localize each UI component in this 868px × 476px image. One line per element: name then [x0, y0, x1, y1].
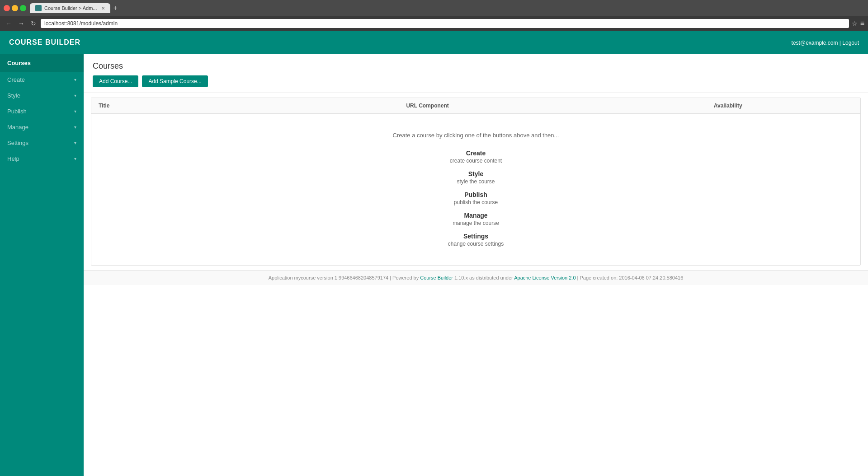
- step-create-desc: create course content: [100, 158, 851, 164]
- action-buttons: Add Course... Add Sample Course...: [93, 75, 859, 87]
- refresh-button[interactable]: ↻: [29, 19, 38, 28]
- browser-tab[interactable]: Course Builder > Adm... ✕: [30, 3, 110, 13]
- sidebar-publish-label: Publish: [7, 108, 27, 115]
- chevron-down-icon: ▾: [74, 77, 76, 82]
- add-course-button[interactable]: Add Course...: [93, 75, 138, 87]
- sidebar-item-settings[interactable]: Settings ▾: [0, 135, 84, 151]
- app-header: COURSE BUILDER test@example.com | Logout: [0, 31, 868, 54]
- maximize-button[interactable]: [20, 5, 26, 11]
- step-settings: Settings change course settings: [100, 233, 851, 247]
- sidebar-item-help[interactable]: Help ▾: [0, 151, 84, 167]
- main-header: Courses Add Course... Add Sample Course.…: [84, 54, 868, 93]
- sidebar: Courses Create ▾ Style ▾ Publish ▾ Manag…: [0, 54, 84, 476]
- chevron-down-icon: ▾: [74, 156, 76, 161]
- app: COURSE BUILDER test@example.com | Logout…: [0, 31, 868, 476]
- app-body: Courses Create ▾ Style ▾ Publish ▾ Manag…: [0, 54, 868, 476]
- step-create: Create create course content: [100, 149, 851, 164]
- close-button[interactable]: [4, 5, 10, 11]
- chevron-down-icon: ▾: [74, 93, 76, 98]
- footer-text-after: | Page created on: 2016-04-06 07:24:20.5…: [576, 275, 684, 280]
- table-wrapper: Title URL Component Availability Create …: [84, 93, 868, 270]
- sidebar-item-courses[interactable]: Courses: [0, 54, 84, 72]
- tab-title: Course Builder > Adm...: [44, 5, 97, 11]
- sidebar-item-manage[interactable]: Manage ▾: [0, 119, 84, 135]
- step-style: Style style the course: [100, 170, 851, 185]
- step-style-desc: style the course: [100, 178, 851, 185]
- col-url: URL Component: [399, 98, 706, 114]
- app-footer: Application mycourse version 1.994664682…: [84, 270, 868, 285]
- sidebar-help-label: Help: [7, 155, 19, 162]
- footer-text-middle: 1.10.x as distributed under: [453, 275, 514, 280]
- minimize-button[interactable]: [12, 5, 18, 11]
- step-manage-desc: manage the course: [100, 220, 851, 226]
- url-input[interactable]: [41, 19, 849, 28]
- back-button[interactable]: ←: [4, 19, 14, 28]
- new-tab-button[interactable]: +: [111, 4, 119, 12]
- sidebar-item-style[interactable]: Style ▾: [0, 88, 84, 103]
- footer-text-before: Application mycourse version 1.994664682…: [269, 275, 420, 280]
- step-publish-title: Publish: [100, 191, 851, 198]
- step-manage-title: Manage: [100, 212, 851, 219]
- apache-license-link[interactable]: Apache License Version 2.0: [514, 275, 576, 280]
- main-content: Courses Add Course... Add Sample Course.…: [84, 54, 868, 476]
- courses-table: Title URL Component Availability Create …: [91, 98, 860, 265]
- course-builder-link[interactable]: Course Builder: [420, 275, 453, 280]
- table-outer: Title URL Component Availability Create …: [91, 98, 861, 266]
- empty-state: Create a course by clicking one of the b…: [91, 114, 860, 265]
- empty-state-intro: Create a course by clicking one of the b…: [100, 132, 851, 139]
- step-publish-desc: publish the course: [100, 199, 851, 205]
- page-title: Courses: [93, 61, 859, 71]
- step-publish: Publish publish the course: [100, 191, 851, 205]
- tab-favicon: [35, 5, 42, 11]
- browser-chrome: Course Builder > Adm... ✕ +: [0, 0, 868, 16]
- forward-button[interactable]: →: [16, 19, 26, 28]
- sidebar-create-label: Create: [7, 76, 25, 83]
- logout-link[interactable]: Logout: [842, 40, 859, 46]
- menu-button[interactable]: ≡: [860, 19, 864, 28]
- sidebar-settings-label: Settings: [7, 140, 28, 146]
- sidebar-style-label: Style: [7, 92, 20, 99]
- sidebar-item-publish[interactable]: Publish ▾: [0, 103, 84, 119]
- col-title: Title: [91, 98, 399, 114]
- empty-steps: Create create course content Style style…: [100, 149, 851, 247]
- sidebar-item-create[interactable]: Create ▾: [0, 72, 84, 88]
- header-user-area: test@example.com | Logout: [792, 39, 859, 46]
- address-bar: ← → ↻ ☆ ≡: [0, 16, 868, 31]
- chevron-down-icon: ▾: [74, 140, 76, 145]
- step-settings-desc: change course settings: [100, 241, 851, 247]
- step-settings-title: Settings: [100, 233, 851, 240]
- add-sample-course-button[interactable]: Add Sample Course...: [142, 75, 208, 87]
- tab-close-icon[interactable]: ✕: [101, 6, 105, 11]
- step-style-title: Style: [100, 170, 851, 177]
- step-manage: Manage manage the course: [100, 212, 851, 226]
- app-title: COURSE BUILDER: [9, 38, 80, 47]
- step-create-title: Create: [100, 149, 851, 157]
- col-availability: Availability: [707, 98, 860, 114]
- window-controls: [4, 5, 26, 11]
- sidebar-manage-label: Manage: [7, 124, 28, 131]
- bookmark-button[interactable]: ☆: [852, 20, 858, 27]
- tab-bar: Course Builder > Adm... ✕ +: [30, 3, 864, 13]
- chevron-down-icon: ▾: [74, 109, 76, 114]
- chevron-down-icon: ▾: [74, 125, 76, 130]
- user-email: test@example.com: [792, 40, 838, 46]
